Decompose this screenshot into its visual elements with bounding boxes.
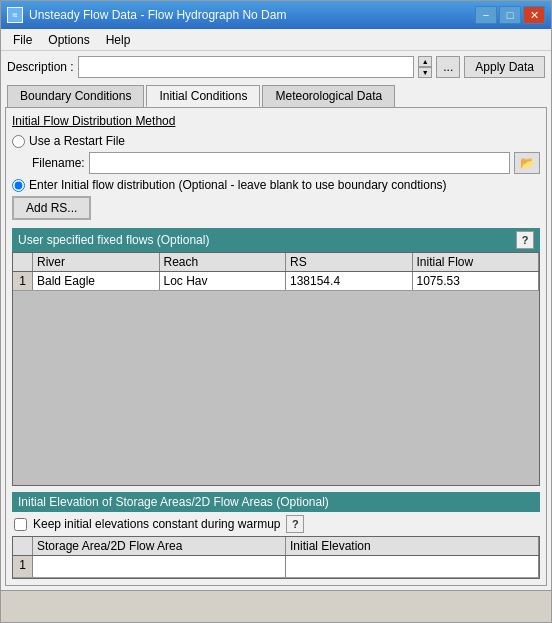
apply-data-button[interactable]: Apply Data <box>464 56 545 78</box>
app-icon: ≈ <box>7 7 23 23</box>
description-input[interactable] <box>78 56 415 78</box>
add-rs-container: Add RS... <box>12 196 540 224</box>
restart-file-label: Use a Restart File <box>29 134 125 148</box>
enter-flow-row: Enter Initial flow distribution (Optiona… <box>12 178 540 192</box>
table-row: 1 Bald Eagle Loc Hav 138154.4 1075.53 <box>13 272 539 291</box>
row-num-1: 1 <box>13 272 33 290</box>
fixed-flows-table-head: River Reach RS Initial Flow <box>13 253 539 272</box>
fixed-flows-section: User specified fixed flows (Optional) ? … <box>12 228 540 486</box>
menu-file[interactable]: File <box>5 31 40 49</box>
window-controls: − □ ✕ <box>475 6 545 24</box>
add-rs-button[interactable]: Add RS... <box>12 196 91 220</box>
content-area: Initial Flow Distribution Method Use a R… <box>5 107 547 586</box>
scol-area: Storage Area/2D Flow Area <box>33 537 286 555</box>
section-title: Initial Flow Distribution Method <box>12 114 540 128</box>
spin-up[interactable]: ▲ <box>418 56 432 67</box>
description-dots-button[interactable]: ... <box>436 56 460 78</box>
row-flow-1[interactable]: 1075.53 <box>413 272 540 290</box>
minimize-button[interactable]: − <box>475 6 497 24</box>
storage-header: Initial Elevation of Storage Areas/2D Fl… <box>12 492 540 512</box>
col-river: River <box>33 253 160 271</box>
row-reach-1[interactable]: Loc Hav <box>160 272 287 290</box>
filename-row: Filename: 📂 <box>32 152 540 174</box>
filename-browse-button[interactable]: 📂 <box>514 152 540 174</box>
scol-elevation: Initial Elevation <box>286 537 539 555</box>
warmup-help-button[interactable]: ? <box>286 515 304 533</box>
storage-table: Storage Area/2D Flow Area Initial Elevat… <box>12 536 540 579</box>
title-bar: ≈ Unsteady Flow Data - Flow Hydrograph N… <box>1 1 551 29</box>
col-num <box>13 253 33 271</box>
col-rs: RS <box>286 253 413 271</box>
storage-section: Initial Elevation of Storage Areas/2D Fl… <box>12 492 540 579</box>
row-river-1[interactable]: Bald Eagle <box>33 272 160 290</box>
tab-initial-conditions[interactable]: Initial Conditions <box>146 85 260 107</box>
main-window: ≈ Unsteady Flow Data - Flow Hydrograph N… <box>0 0 552 623</box>
srow-num-1: 1 <box>13 556 33 577</box>
fixed-flows-table: River Reach RS Initial Flow 1 Bald Eagle… <box>12 252 540 486</box>
description-bar: Description : ▲ ▼ ... Apply Data <box>1 51 551 83</box>
maximize-button[interactable]: □ <box>499 6 521 24</box>
filename-label: Filename: <box>32 156 85 170</box>
spin-down[interactable]: ▼ <box>418 67 432 78</box>
srow-area-1[interactable] <box>33 556 286 577</box>
warmup-row: Keep initial elevations constant during … <box>12 512 540 536</box>
storage-row: 1 <box>13 556 539 578</box>
menu-bar: File Options Help <box>1 29 551 51</box>
fixed-flows-header: User specified fixed flows (Optional) ? <box>12 228 540 252</box>
fixed-flows-help-button[interactable]: ? <box>516 231 534 249</box>
col-reach: Reach <box>160 253 287 271</box>
scol-num <box>13 537 33 555</box>
tab-boundary-conditions[interactable]: Boundary Conditions <box>7 85 144 107</box>
description-spinner: ▲ ▼ <box>418 56 432 78</box>
row-rs-1[interactable]: 138154.4 <box>286 272 413 290</box>
storage-table-head: Storage Area/2D Flow Area Initial Elevat… <box>13 537 539 556</box>
status-bar <box>1 590 551 622</box>
restart-file-radio[interactable] <box>12 135 25 148</box>
close-button[interactable]: ✕ <box>523 6 545 24</box>
filename-input[interactable] <box>89 152 510 174</box>
srow-elevation-1[interactable] <box>286 556 539 577</box>
enter-flow-radio[interactable] <box>12 179 25 192</box>
tabs-bar: Boundary Conditions Initial Conditions M… <box>1 83 551 107</box>
restart-file-row: Use a Restart File <box>12 134 540 148</box>
warmup-label: Keep initial elevations constant during … <box>33 517 280 531</box>
description-label: Description : <box>7 60 74 74</box>
window-title: Unsteady Flow Data - Flow Hydrograph No … <box>29 8 475 22</box>
warmup-checkbox[interactable] <box>14 518 27 531</box>
menu-help[interactable]: Help <box>98 31 139 49</box>
enter-flow-label: Enter Initial flow distribution (Optiona… <box>29 178 447 192</box>
menu-options[interactable]: Options <box>40 31 97 49</box>
tab-meteorological-data[interactable]: Meteorological Data <box>262 85 395 107</box>
col-initial-flow: Initial Flow <box>413 253 540 271</box>
